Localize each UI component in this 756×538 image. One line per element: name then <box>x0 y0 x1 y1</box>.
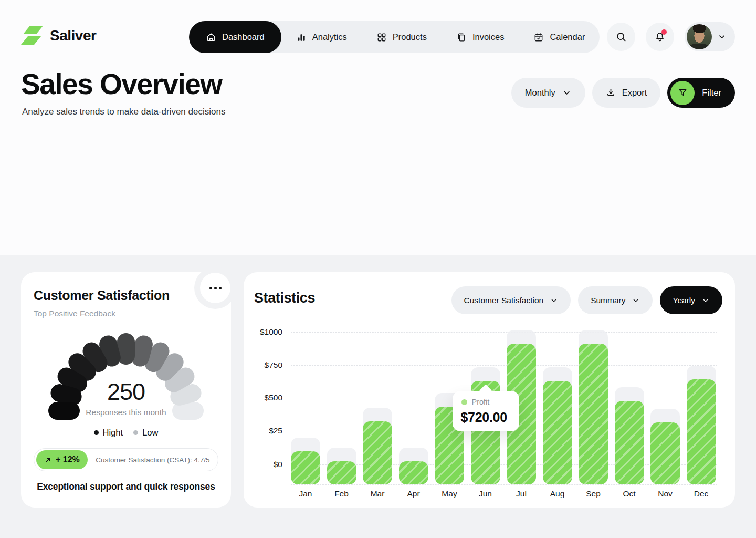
funnel-icon <box>670 81 695 105</box>
calendar-icon <box>533 32 544 43</box>
y-axis-tick: $0 <box>253 460 282 469</box>
download-icon <box>606 88 616 98</box>
x-axis-label: Oct <box>611 489 648 499</box>
page-controls: Monthly Export Filter <box>511 78 735 108</box>
topbar-actions <box>607 22 735 51</box>
gridline <box>291 365 717 366</box>
x-axis-label: Dec <box>683 489 720 499</box>
x-axis-label: Jun <box>467 489 504 499</box>
x-axis-label: Mar <box>359 489 396 499</box>
satisfaction-card-title: Customer Satisfaction <box>34 288 170 303</box>
bar-feb[interactable] <box>327 461 356 484</box>
legend-dot <box>133 430 138 435</box>
brand-name: Saliver <box>50 27 96 44</box>
notification-badge <box>662 29 667 35</box>
notifications-button[interactable] <box>646 23 674 51</box>
y-axis-tick: $500 <box>253 393 282 402</box>
csat-text: Customer Satisfaction (CSAT): 4.7/5 <box>88 456 218 464</box>
bar-chart-icon <box>296 32 307 43</box>
tooltip-series: Profit <box>461 398 490 406</box>
tooltip-label: Profit <box>472 398 490 406</box>
delta-badge: + 12% <box>36 450 88 469</box>
nav-item-label: Calendar <box>550 32 585 42</box>
satisfaction-card-subtitle: Top Positive Feedback <box>34 309 116 318</box>
legend-item: Low <box>133 428 158 438</box>
invoice-icon <box>456 32 467 43</box>
bar-aug[interactable] <box>543 381 572 484</box>
nav-item-dashboard[interactable]: Dashboard <box>189 21 281 53</box>
chevron-down-icon <box>562 88 572 98</box>
profit-bar-chart: $1000$750$500$25$0JanFebMarAprMayJunJulA… <box>244 272 735 508</box>
bar-apr[interactable] <box>399 461 428 484</box>
search-button[interactable] <box>607 23 635 51</box>
x-axis-label: May <box>431 489 468 499</box>
main-nav: DashboardAnalyticsProductsInvoicesCalend… <box>189 21 600 53</box>
y-axis-tick: $1000 <box>253 327 282 337</box>
period-dropdown[interactable]: Monthly <box>511 78 585 108</box>
customer-satisfaction-card: Customer Satisfaction Top Positive Feedb… <box>21 272 231 508</box>
content-area: Customer Satisfaction Top Positive Feedb… <box>0 255 756 538</box>
series-dot <box>461 399 467 405</box>
legend-label: Hight <box>103 428 123 438</box>
filter-button-label: Filter <box>702 88 721 98</box>
bar-jan[interactable] <box>291 451 320 484</box>
bar-mar[interactable] <box>363 421 392 484</box>
gauge-value: 250 <box>21 378 231 406</box>
gauge-caption: Responses this month <box>21 408 231 417</box>
gridline <box>291 484 717 485</box>
x-axis-label: Sep <box>575 489 612 499</box>
x-axis-label: Jul <box>503 489 540 499</box>
export-button[interactable]: Export <box>592 78 661 108</box>
bar-dec[interactable] <box>687 379 716 484</box>
brand-logo-icon <box>21 25 43 46</box>
legend-label: Low <box>142 428 158 438</box>
avatar <box>687 24 712 49</box>
satisfaction-gauge: 250 Responses this month <box>21 318 231 429</box>
bar-nov[interactable] <box>650 422 680 484</box>
user-menu[interactable] <box>685 22 735 51</box>
page: Saliver DashboardAnalyticsProductsInvoic… <box>0 0 756 538</box>
x-axis-label: Apr <box>395 489 432 499</box>
satisfaction-footer: Exceptional support and quick responses <box>21 481 231 492</box>
nav-item-label: Dashboard <box>222 32 265 42</box>
gridline <box>291 332 717 333</box>
legend-item: Hight <box>94 428 123 438</box>
chart-tooltip: Profit$720.00 <box>453 391 519 431</box>
nav-item-calendar[interactable]: Calendar <box>519 21 600 53</box>
top-navigation-bar: Saliver DashboardAnalyticsProductsInvoic… <box>0 0 756 58</box>
gauge-legend: HightLow <box>21 428 231 438</box>
x-axis-label: Aug <box>539 489 576 499</box>
nav-item-products[interactable]: Products <box>362 21 442 53</box>
export-button-label: Export <box>622 88 647 98</box>
page-title: Sales Overview <box>21 67 222 101</box>
ellipsis-icon <box>209 287 212 289</box>
statistics-card: Statistics Customer SatisfactionSummaryY… <box>244 272 735 508</box>
tooltip-value: $720.00 <box>461 410 507 425</box>
period-dropdown-label: Monthly <box>525 88 555 98</box>
x-axis-label: Feb <box>323 489 360 499</box>
nav-item-label: Invoices <box>472 32 505 42</box>
delta-badge-label: + 12% <box>56 455 80 464</box>
home-icon <box>206 32 216 43</box>
x-axis-label: Jan <box>287 489 324 499</box>
filter-button[interactable]: Filter <box>667 78 735 108</box>
chevron-down-icon <box>717 32 727 42</box>
nav-item-invoices[interactable]: Invoices <box>442 21 519 53</box>
nav-item-analytics[interactable]: Analytics <box>281 21 362 53</box>
y-axis-tick: $750 <box>253 360 282 370</box>
csat-summary: + 12% Customer Satisfaction (CSAT): 4.7/… <box>34 448 218 471</box>
nav-item-label: Products <box>393 32 427 42</box>
y-axis-tick: $25 <box>253 426 282 436</box>
arrow-up-right-icon <box>44 456 52 464</box>
more-options-button[interactable] <box>200 273 230 303</box>
legend-dot <box>94 430 99 435</box>
nav-item-label: Analytics <box>312 32 347 42</box>
bar-sep[interactable] <box>579 344 608 484</box>
grid-icon <box>376 32 387 43</box>
search-icon <box>615 31 627 43</box>
x-axis-label: Nov <box>647 489 684 499</box>
page-subtitle: Analyze sales trends to make data-driven… <box>22 107 225 117</box>
brand: Saliver <box>21 25 96 46</box>
bar-oct[interactable] <box>615 401 644 484</box>
